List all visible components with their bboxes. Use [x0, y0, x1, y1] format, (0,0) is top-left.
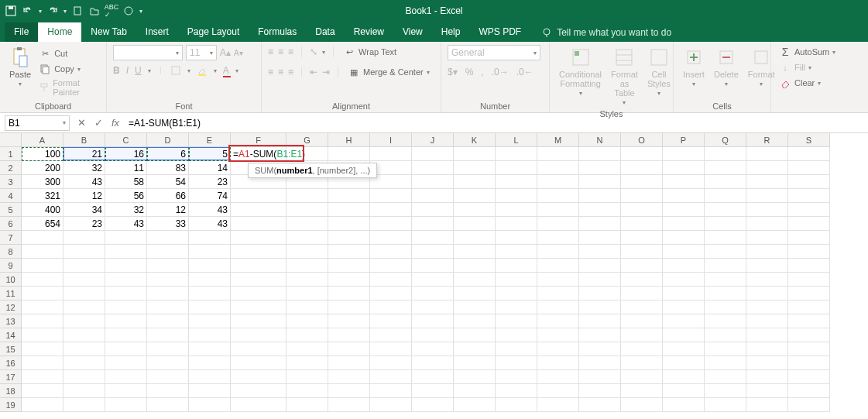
- cell[interactable]: [147, 314, 189, 328]
- cell[interactable]: [231, 245, 286, 259]
- cell[interactable]: [147, 342, 189, 356]
- column-header[interactable]: C: [105, 133, 147, 147]
- cell[interactable]: [788, 398, 830, 412]
- cell[interactable]: 14: [189, 161, 231, 175]
- cell[interactable]: [412, 175, 454, 189]
- cell[interactable]: [454, 175, 496, 189]
- cell[interactable]: [496, 161, 537, 175]
- cell[interactable]: [621, 273, 663, 287]
- cell[interactable]: [147, 231, 189, 245]
- cell[interactable]: [663, 175, 705, 189]
- align-bottom-icon[interactable]: ≡: [288, 46, 293, 57]
- decrease-indent-icon[interactable]: ⇤: [310, 67, 317, 77]
- cell[interactable]: [537, 384, 579, 398]
- cell[interactable]: [412, 203, 454, 217]
- cell[interactable]: [286, 231, 328, 245]
- row-header[interactable]: 10: [0, 273, 22, 287]
- italic-button[interactable]: I: [126, 65, 129, 76]
- column-header[interactable]: F: [231, 133, 286, 147]
- cell[interactable]: [189, 301, 231, 314]
- cell[interactable]: [537, 203, 579, 217]
- cell[interactable]: [22, 398, 63, 412]
- cell[interactable]: [788, 175, 830, 189]
- cell[interactable]: [22, 328, 63, 342]
- cell[interactable]: [412, 356, 454, 370]
- cell[interactable]: [663, 189, 705, 203]
- tab-formulas[interactable]: Formulas: [249, 22, 306, 42]
- cell[interactable]: [746, 384, 788, 398]
- cell[interactable]: [147, 259, 189, 273]
- cell[interactable]: [412, 259, 454, 273]
- cell[interactable]: [412, 231, 454, 245]
- cell[interactable]: [663, 147, 705, 161]
- cell[interactable]: [579, 231, 621, 245]
- cell[interactable]: [328, 398, 370, 412]
- cell[interactable]: [537, 328, 579, 342]
- cell[interactable]: [370, 398, 412, 412]
- cell[interactable]: [412, 342, 454, 356]
- column-header[interactable]: L: [496, 133, 537, 147]
- cell[interactable]: [663, 287, 705, 301]
- cell[interactable]: [412, 301, 454, 314]
- align-top-icon[interactable]: ≡: [268, 46, 273, 57]
- row-header[interactable]: 1: [0, 147, 22, 161]
- cell[interactable]: 34: [63, 203, 105, 217]
- cell[interactable]: [579, 301, 621, 314]
- cell[interactable]: [63, 370, 105, 384]
- cell[interactable]: [496, 203, 537, 217]
- cell[interactable]: [496, 314, 537, 328]
- cell[interactable]: [621, 287, 663, 301]
- cell[interactable]: [496, 245, 537, 259]
- cell[interactable]: [746, 398, 788, 412]
- cell[interactable]: [105, 287, 147, 301]
- cell[interactable]: [705, 356, 746, 370]
- cell[interactable]: [105, 301, 147, 314]
- cell[interactable]: [579, 175, 621, 189]
- cell[interactable]: [746, 175, 788, 189]
- cell[interactable]: [746, 356, 788, 370]
- column-header[interactable]: S: [788, 133, 830, 147]
- cell[interactable]: [621, 259, 663, 273]
- cell[interactable]: [63, 273, 105, 287]
- spreadsheet-grid[interactable]: ABCDEFGHIJKLMNOPQRS 1100211665=A1-SUM(B1…: [0, 133, 868, 412]
- cell[interactable]: 400: [22, 203, 63, 217]
- cell[interactable]: [328, 287, 370, 301]
- cell[interactable]: [412, 384, 454, 398]
- cell[interactable]: [621, 342, 663, 356]
- cell[interactable]: [454, 301, 496, 314]
- cell[interactable]: [496, 231, 537, 245]
- cell[interactable]: [370, 245, 412, 259]
- cell[interactable]: [328, 273, 370, 287]
- column-header[interactable]: G: [286, 133, 328, 147]
- redo-more-icon[interactable]: ▾: [63, 8, 67, 15]
- cut-button[interactable]: ✂Cut: [37, 46, 100, 60]
- tab-home[interactable]: Home: [38, 22, 81, 42]
- increase-font-icon[interactable]: A▴: [220, 47, 231, 58]
- cell[interactable]: [231, 189, 286, 203]
- cell[interactable]: [496, 189, 537, 203]
- row-header[interactable]: 7: [0, 231, 22, 245]
- cell[interactable]: [147, 328, 189, 342]
- cell[interactable]: [231, 287, 286, 301]
- column-header[interactable]: I: [370, 133, 412, 147]
- cell[interactable]: 32: [105, 203, 147, 217]
- cell[interactable]: [579, 342, 621, 356]
- cell[interactable]: [189, 384, 231, 398]
- cell[interactable]: [788, 328, 830, 342]
- tab-wps-pdf[interactable]: WPS PDF: [469, 22, 530, 42]
- row-header[interactable]: 8: [0, 245, 22, 259]
- cell[interactable]: [63, 245, 105, 259]
- cell[interactable]: 23: [63, 217, 105, 231]
- row-header[interactable]: 2: [0, 161, 22, 175]
- cell[interactable]: [454, 259, 496, 273]
- cell[interactable]: 74: [189, 189, 231, 203]
- cell[interactable]: [537, 175, 579, 189]
- cell[interactable]: [412, 398, 454, 412]
- cell[interactable]: 100: [22, 147, 63, 161]
- cell[interactable]: [412, 370, 454, 384]
- cell[interactable]: [788, 342, 830, 356]
- cell[interactable]: [22, 231, 63, 245]
- decrease-font-icon[interactable]: A▾: [234, 49, 243, 57]
- cell[interactable]: 43: [189, 203, 231, 217]
- cell[interactable]: [189, 370, 231, 384]
